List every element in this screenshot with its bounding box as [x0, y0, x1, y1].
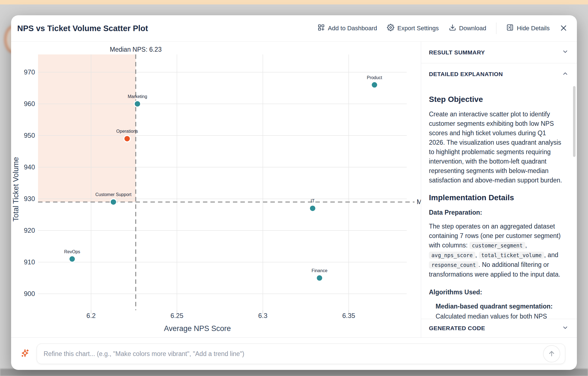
- generated-code-label: GENERATED CODE: [429, 325, 485, 332]
- send-button[interactable]: [543, 345, 560, 362]
- hide-details-label: Hide Details: [517, 25, 550, 32]
- arrow-up-icon: [547, 349, 556, 359]
- y-tick-label: 970: [24, 68, 35, 76]
- data-point-revops[interactable]: [69, 256, 75, 262]
- background-topbar: [0, 0, 588, 4]
- refine-chart-input[interactable]: [37, 344, 565, 364]
- chevron-up-icon: [562, 70, 569, 78]
- data-point-operations[interactable]: [124, 136, 130, 142]
- x-tick-label: 6.3: [258, 312, 267, 319]
- detailed-explanation-section-header[interactable]: DETAILED EXPLANATION: [421, 63, 577, 85]
- x-axis-title: Average NPS Score: [164, 324, 231, 333]
- y-tick-label: 930: [24, 195, 35, 202]
- step-objective-text: Create an interactive scatter plot to id…: [429, 109, 562, 185]
- point-label: Finance: [311, 268, 327, 273]
- chart-detail-modal: NPS vs Ticket Volume Scatter Plot Add to…: [11, 15, 577, 370]
- result-summary-label: RESULT SUMMARY: [429, 49, 485, 56]
- implementation-details-heading: Implementation Details: [429, 193, 562, 202]
- algorithm-text: Median-based quadrant segmentation: Calc…: [436, 301, 562, 319]
- data-point-it[interactable]: [310, 205, 316, 212]
- point-label: Operations: [116, 129, 138, 134]
- gear-icon: [387, 24, 394, 33]
- y-tick-label: 920: [24, 227, 35, 234]
- step-objective-heading: Step Objective: [429, 95, 562, 104]
- download-icon: [449, 24, 456, 33]
- y-tick-label: 940: [24, 163, 35, 171]
- x-tick-label: 6.2: [86, 312, 96, 319]
- data-preparation-text: The step operates on an aggregated datas…: [429, 222, 562, 279]
- scatter-plot-svg[interactable]: 6.26.256.36.35900910920930940950960970Me…: [11, 42, 421, 337]
- add-to-dashboard-button[interactable]: Add to Dashboard: [318, 24, 377, 33]
- algorithms-used-label: Algorithms Used:: [429, 287, 562, 297]
- modal-header: NPS vs Ticket Volume Scatter Plot Add to…: [11, 15, 577, 42]
- y-tick-label: 950: [24, 132, 35, 139]
- median-tickets-label: Median Tickets: 929: [417, 198, 421, 205]
- x-tick-label: 6.25: [170, 312, 184, 319]
- details-panel: RESULT SUMMARY DETAILED EXPLANATION Step…: [421, 42, 577, 337]
- point-label: Customer Support: [96, 192, 132, 197]
- sparkle-icon: [19, 348, 31, 359]
- point-label: RevOps: [64, 249, 80, 254]
- y-tick-label: 900: [24, 290, 35, 297]
- detailed-explanation-content: Step Objective Create an interactive sca…: [421, 85, 577, 319]
- y-axis-title: Total Ticket Volume: [12, 157, 20, 222]
- add-to-dashboard-label: Add to Dashboard: [328, 25, 377, 32]
- download-label: Download: [459, 25, 486, 32]
- result-summary-section-header[interactable]: RESULT SUMMARY: [421, 42, 577, 63]
- dashboard-add-icon: [318, 24, 325, 33]
- median-nps-label: Median NPS: 6.23: [110, 46, 162, 53]
- generated-code-section-header[interactable]: GENERATED CODE: [421, 319, 577, 337]
- page-title: NPS vs Ticket Volume Scatter Plot: [17, 24, 148, 33]
- hide-details-button[interactable]: Hide Details: [506, 24, 550, 33]
- y-tick-label: 960: [24, 100, 35, 107]
- quadrant-shade: [38, 54, 136, 202]
- scatter-chart[interactable]: 6.26.256.36.35900910920930940950960970Me…: [11, 42, 421, 337]
- close-button[interactable]: [560, 24, 567, 33]
- toolbar-separator: [496, 22, 496, 34]
- data-point-marketing[interactable]: [134, 101, 141, 107]
- detailed-explanation-label: DETAILED EXPLANATION: [429, 71, 503, 77]
- point-label: Marketing: [128, 94, 147, 99]
- data-point-customer-support[interactable]: [110, 199, 117, 205]
- refine-footer: [11, 337, 577, 370]
- export-settings-button[interactable]: Export Settings: [387, 24, 439, 33]
- data-point-finance[interactable]: [316, 275, 323, 281]
- panel-collapse-icon: [506, 24, 514, 33]
- x-tick-label: 6.35: [342, 312, 355, 319]
- chevron-down-icon: [562, 48, 569, 56]
- point-label: Product: [367, 75, 382, 80]
- export-settings-label: Export Settings: [397, 25, 439, 32]
- point-label: IT: [311, 199, 315, 203]
- chevron-down-icon: [562, 324, 569, 332]
- panel-scrollbar[interactable]: [573, 86, 576, 157]
- data-preparation-label: Data Preparation:: [429, 208, 562, 217]
- y-tick-label: 910: [24, 258, 35, 266]
- close-icon: [560, 24, 567, 33]
- download-button[interactable]: Download: [449, 24, 486, 33]
- data-point-product[interactable]: [371, 82, 378, 88]
